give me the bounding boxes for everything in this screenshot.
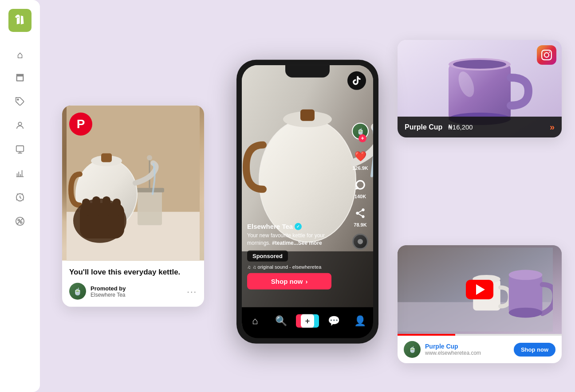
instagram-product-name: Purple Cup: [405, 123, 442, 131]
play-triangle-icon: [476, 284, 485, 295]
tiktok-username: Elsewhere Tea ✓: [247, 223, 347, 230]
tiktok-shop-now-button[interactable]: Shop now ›: [247, 273, 331, 290]
instagram-product-image: Purple Cup ₦16,200 »: [398, 40, 562, 137]
tiktok-nav-home[interactable]: ⌂: [246, 312, 264, 330]
tiktok-sound: ♫ ♫ original sound - elsewheretea: [247, 264, 347, 270]
share-button[interactable]: 78.9K: [352, 205, 368, 227]
svg-point-2: [17, 99, 19, 100]
sidebar-item-discounts[interactable]: [10, 213, 30, 232]
pinterest-product-title: You'll love this everyday kettle.: [69, 268, 197, 277]
tiktok-nav-messages[interactable]: 💬: [325, 312, 343, 330]
svg-rect-32: [449, 64, 511, 120]
tiktok-logo: [347, 71, 366, 90]
youtube-bottom-bar: 🍵 Purple Cup www.elsewheretea.com Shop n…: [398, 336, 562, 363]
content-icon: [15, 145, 25, 157]
svg-point-34: [453, 60, 506, 69]
youtube-play-button[interactable]: [466, 280, 493, 299]
instagram-product-bar: Purple Cup ₦16,200 »: [398, 117, 562, 137]
svg-rect-22: [92, 196, 100, 216]
svg-point-6: [18, 219, 20, 221]
svg-rect-12: [135, 188, 164, 192]
tiktok-bottom-info: Elsewhere Tea ✓ Your new favourite kettl…: [247, 223, 347, 290]
sidebar: ⌂: [0, 0, 40, 392]
svg-rect-4: [16, 146, 24, 152]
tiktok-screen: 🍵 + ❤️ 126.9K 140K: [242, 65, 373, 338]
svg-rect-23: [102, 196, 110, 216]
tiktok-nav-search[interactable]: 🔍: [272, 312, 290, 330]
svg-point-3: [18, 122, 21, 125]
pinterest-footer: 🍵 Promoted by Elsewhere Tea ···: [69, 283, 197, 300]
svg-rect-1: [17, 76, 24, 81]
discounts-icon: [15, 216, 25, 229]
svg-point-14: [147, 155, 152, 161]
sidebar-item-products[interactable]: [10, 93, 30, 113]
like-button[interactable]: ❤️ 126.9K: [352, 149, 368, 171]
main-content: P You'll love this everyday kettle. 🍵 Pr…: [40, 0, 575, 392]
svg-point-7: [20, 222, 22, 223]
tiktok-nav-profile[interactable]: 👤: [351, 312, 369, 330]
svg-rect-0: [12, 12, 28, 28]
youtube-progress-bar: [398, 334, 562, 336]
youtube-shop-now-button[interactable]: Shop now: [514, 343, 555, 357]
instagram-arrows[interactable]: »: [550, 122, 555, 132]
sidebar-item-marketing[interactable]: [10, 189, 30, 208]
youtube-card: 🍵 Purple Cup www.elsewheretea.com Shop n…: [398, 245, 562, 363]
pinterest-brand: 🍵 Promoted by Elsewhere Tea: [69, 283, 126, 300]
shopify-logo[interactable]: [8, 9, 32, 32]
svg-rect-29: [300, 110, 315, 121]
youtube-progress-fill: [398, 334, 455, 336]
brand-text: Promoted by Elsewhere Tea: [91, 285, 126, 298]
sidebar-item-analytics[interactable]: [10, 165, 30, 184]
yt-brand-info: Purple Cup www.elsewheretea.com: [425, 343, 509, 356]
brand-name: Elsewhere Tea: [91, 291, 126, 298]
pinterest-product-image: P: [62, 106, 204, 261]
tag-icon: [15, 97, 25, 109]
tiktok-caption: Your new favourite kettle for your morni…: [247, 232, 347, 247]
tiktok-phone: 🍵 + ❤️ 126.9K 140K: [236, 60, 378, 344]
sidebar-item-orders[interactable]: [10, 69, 30, 89]
yt-brand-avatar: 🍵: [404, 341, 421, 358]
svg-rect-11: [138, 190, 162, 225]
sidebar-item-home[interactable]: ⌂: [10, 45, 30, 65]
instagram-logo: [537, 45, 556, 65]
marketing-icon: [15, 192, 25, 205]
pinterest-card: P You'll love this everyday kettle. 🍵 Pr…: [62, 106, 204, 307]
yt-brand-name: Purple Cup: [425, 343, 509, 350]
phone-notch: [285, 65, 330, 78]
tiktok-nav-create[interactable]: +: [299, 312, 316, 330]
tiktok-sponsored-bar: Sponsored: [247, 251, 347, 262]
analytics-icon: [15, 169, 25, 181]
music-disc: [352, 234, 368, 250]
svg-point-42: [509, 270, 543, 280]
sponsored-badge: Sponsored: [247, 251, 288, 262]
svg-rect-21: [82, 199, 90, 216]
yt-brand-url: www.elsewheretea.com: [425, 350, 509, 356]
pinterest-info: You'll love this everyday kettle. 🍵 Prom…: [62, 261, 204, 307]
orders-icon: [15, 73, 25, 85]
comment-button[interactable]: 140K: [352, 177, 368, 199]
pinterest-more[interactable]: ···: [187, 286, 197, 296]
pinterest-logo: P: [69, 113, 92, 136]
youtube-video-thumbnail: [398, 245, 562, 334]
brand-avatar: 🍵: [69, 283, 86, 300]
instagram-card: Purple Cup ₦16,200 »: [398, 40, 562, 137]
tiktok-navigation: ⌂ 🔍 + 💬 👤: [242, 307, 373, 338]
home-icon: ⌂: [17, 49, 23, 61]
svg-point-43: [509, 308, 543, 318]
sidebar-item-customers[interactable]: [10, 117, 30, 137]
sidebar-item-content[interactable]: [10, 141, 30, 161]
customers-icon: [15, 121, 25, 133]
follow-badge[interactable]: +: [358, 134, 366, 142]
svg-rect-24: [113, 199, 121, 216]
tiktok-actions: 🍵 + ❤️ 126.9K 140K: [352, 123, 369, 250]
verified-badge: ✓: [295, 223, 302, 230]
promoted-label: Promoted by: [91, 285, 126, 291]
svg-rect-18: [101, 153, 112, 162]
instagram-product-price: ₦16,200: [448, 123, 473, 131]
